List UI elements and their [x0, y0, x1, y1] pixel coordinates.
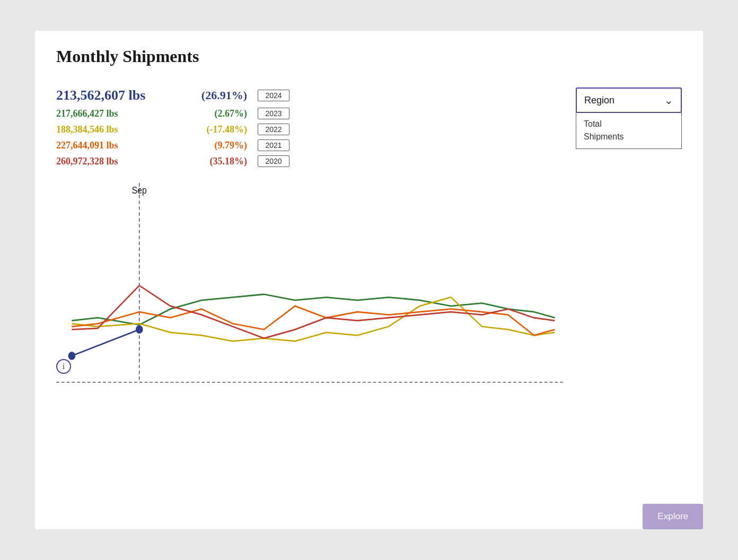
stat-row-2023: 217,666,427 lbs (2.67%) 2023	[56, 108, 565, 119]
right-panel: Region ⌄ TotalShipments	[576, 88, 682, 406]
stat-value-2024: 213,562,607 lbs	[56, 88, 173, 103]
stat-row-2020: 260,972,328 lbs (35.18%) 2020	[56, 155, 565, 167]
info-icon[interactable]: i	[56, 359, 71, 374]
year-badge-2023[interactable]: 2023	[258, 108, 289, 119]
stat-value-2023: 217,666,427 lbs	[56, 108, 173, 119]
stat-value-2022: 188,384,546 lbs	[56, 124, 173, 135]
region-dropdown[interactable]: Region ⌄	[576, 88, 682, 113]
year-badge-2022[interactable]: 2022	[258, 124, 289, 135]
explore-button[interactable]: Explore	[643, 504, 703, 529]
stat-pct-2024: (26.91%)	[183, 89, 247, 102]
stat-row-2024: 213,562,607 lbs (26.91%) 2024	[56, 88, 565, 103]
stat-pct-2023: (2.67%)	[183, 108, 247, 119]
info-symbol: i	[63, 362, 65, 371]
region-dropdown-label: Region	[584, 95, 614, 106]
stat-value-2020: 260,972,328 lbs	[56, 156, 173, 167]
region-selected-value: TotalShipments	[576, 112, 682, 149]
stat-row-2022: 188,384,546 lbs (-17.48%) 2022	[56, 124, 565, 135]
svg-text:Sep: Sep	[132, 185, 147, 196]
page-title: Monthly Shipments	[56, 47, 682, 66]
chevron-down-icon: ⌄	[664, 94, 673, 107]
stat-row-2021: 227,644,091 lbs (9.79%) 2021	[56, 139, 565, 151]
stat-value-2021: 227,644,091 lbs	[56, 140, 173, 151]
year-badge-2020[interactable]: 2020	[258, 155, 289, 167]
line-chart: Sep	[56, 183, 565, 406]
stat-pct-2021: (9.79%)	[183, 140, 247, 151]
stats-table: 213,562,607 lbs (26.91%) 2024 217,666,42…	[56, 88, 565, 167]
svg-point-4	[136, 326, 143, 334]
content-area: 213,562,607 lbs (26.91%) 2024 217,666,42…	[56, 88, 682, 406]
main-card: Monthly Shipments 213,562,607 lbs (26.91…	[35, 31, 703, 529]
svg-point-3	[68, 352, 76, 360]
left-panel: 213,562,607 lbs (26.91%) 2024 217,666,42…	[56, 88, 565, 406]
chart-area: Sep	[56, 183, 565, 406]
stat-pct-2022: (-17.48%)	[183, 124, 247, 135]
stat-pct-2020: (35.18%)	[183, 156, 247, 167]
year-badge-2021[interactable]: 2021	[258, 139, 289, 151]
year-badge-2024[interactable]: 2024	[258, 90, 289, 101]
